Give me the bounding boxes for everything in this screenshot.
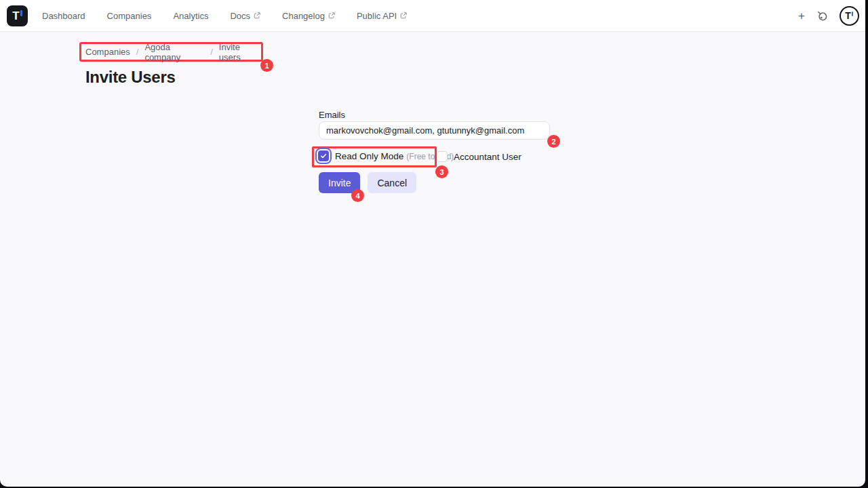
accountant-user-label: Accountant User	[454, 152, 521, 162]
annotation-badge-3: 3	[435, 165, 448, 178]
cancel-button[interactable]: Cancel	[368, 172, 416, 193]
emails-input[interactable]	[319, 121, 550, 140]
nav-item-analytics[interactable]: Analytics	[173, 11, 208, 21]
nav-right-actions: + T	[798, 6, 865, 26]
nav-item-changelog[interactable]: Changelog	[282, 11, 335, 21]
avatar-logo-letter: T	[845, 10, 851, 21]
brand-logo-letter: T	[12, 10, 19, 22]
support-icon[interactable]	[816, 10, 828, 22]
breadcrumb-item-companies[interactable]: Companies	[85, 47, 130, 57]
nav-item-label: Public API	[357, 11, 397, 21]
brand-logo-accent	[20, 10, 22, 16]
external-link-icon	[400, 12, 407, 19]
page-title: Invite Users	[85, 68, 175, 87]
account-avatar[interactable]: T	[840, 6, 859, 26]
read-only-mode-option[interactable]: Read Only Mode(Free to Add)	[316, 150, 454, 161]
nav-item-label: Companies	[107, 11, 152, 21]
nav-item-companies[interactable]: Companies	[107, 11, 152, 21]
breadcrumb-item-agoda-company[interactable]: Agoda company	[144, 42, 204, 62]
annotation-badge-4: 4	[351, 189, 364, 202]
form-buttons: Invite Cancel	[319, 172, 416, 193]
nav-item-label: Analytics	[173, 11, 208, 21]
breadcrumb-separator: /	[210, 47, 213, 57]
avatar-logo-accent	[852, 12, 854, 16]
external-link-icon	[254, 12, 260, 19]
nav-item-label: Changelog	[282, 11, 325, 21]
nav-item-docs[interactable]: Docs	[230, 11, 260, 21]
nav-item-dashboard[interactable]: Dashboard	[42, 11, 85, 21]
annotation-badge-2: 2	[547, 135, 560, 148]
breadcrumb-separator: /	[136, 47, 139, 57]
plus-icon[interactable]: +	[798, 10, 805, 22]
annotation-badge-1: 1	[260, 59, 273, 72]
nav-items: Dashboard Companies Analytics Docs Chang…	[42, 11, 407, 21]
breadcrumb: Companies / Agoda company / Invite users	[85, 42, 261, 62]
nav-item-label: Dashboard	[42, 11, 85, 21]
nav-item-label: Docs	[230, 11, 250, 21]
accountant-user-checkbox[interactable]	[437, 151, 448, 162]
read-only-mode-label-text: Read Only Mode	[335, 151, 403, 161]
breadcrumb-item-invite-users[interactable]: Invite users	[219, 42, 261, 62]
app-window: T Dashboard Companies Analytics Docs	[0, 0, 865, 487]
top-navigation: T Dashboard Companies Analytics Docs	[0, 0, 865, 32]
read-only-mode-checkbox[interactable]	[318, 150, 329, 161]
emails-label: Emails	[319, 110, 345, 120]
brand-logo[interactable]: T	[7, 5, 28, 26]
accountant-user-option[interactable]: Accountant User	[437, 151, 521, 162]
annotation-box-1: Companies / Agoda company / Invite users	[79, 42, 263, 62]
nav-item-public-api[interactable]: Public API	[357, 11, 407, 21]
external-link-icon	[328, 12, 335, 19]
